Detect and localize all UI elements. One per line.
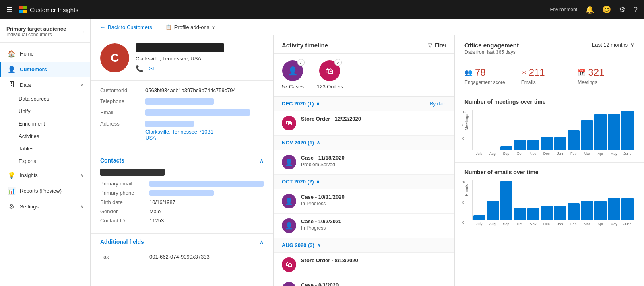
customer-actions: 📞 ✉ xyxy=(136,65,264,72)
emails-bar xyxy=(500,181,512,220)
timeline-item-title: Case - 8/3/2020 xyxy=(301,282,446,286)
home-icon: 🏠 xyxy=(8,50,16,58)
last-months-dropdown[interactable]: Last 12 months ∨ xyxy=(592,42,634,48)
sidebar-item-tables[interactable]: Tables xyxy=(0,142,90,155)
contacts-section-header[interactable]: Contacts ∧ xyxy=(91,152,273,169)
timeline-item[interactable]: 👤 Case - 10/2/2020 In Progress xyxy=(274,214,454,238)
customer-location: Clarksville, Tennessee, USA xyxy=(136,56,264,62)
orders-circle: 🛍 ✓ xyxy=(319,60,340,81)
sidebar-item-customers[interactable]: 👤 Customers xyxy=(0,62,90,77)
meetings-x-label: Aug xyxy=(487,152,499,156)
meetings-chart-container: 12 6 0 JulyAugSepOctNovDecJanFebMarAprMa… xyxy=(472,110,634,156)
timeline-month-aug2020[interactable]: AUG 2020 (3) ∧ xyxy=(274,238,454,253)
y-tick-0e: 0 xyxy=(462,220,464,224)
user-icon[interactable]: 😊 xyxy=(602,5,611,14)
filter-button[interactable]: ▽ Filter xyxy=(428,42,446,48)
sidebar-audience-toggle[interactable]: Primary target audience Individual consu… xyxy=(0,19,90,43)
emails-x-labels: JulyAugSepOctNovDecJanFebMarAprMayJune xyxy=(472,220,634,226)
avatar: C xyxy=(100,43,129,72)
fax-label: Fax xyxy=(100,254,144,260)
engagement-header-left: Office engagement Data from last 365 day… xyxy=(464,42,519,55)
sidebar-item-enrichment[interactable]: Enrichment xyxy=(0,117,90,130)
meetings-x-label: Sep xyxy=(500,152,512,156)
phone-icon[interactable]: 📞 xyxy=(136,65,144,72)
emails-bar xyxy=(541,206,553,220)
sidebar-item-settings[interactable]: ⚙ Settings ∨ xyxy=(0,199,90,214)
address-line1[interactable]: Clarksville, Tennessee 71031 xyxy=(145,129,264,135)
timeline-item-subtitle: In Progress xyxy=(301,225,446,231)
sidebar-item-exports[interactable]: Exports xyxy=(0,155,90,167)
y-tick-0: 0 xyxy=(462,136,464,140)
birth-date-label: Birth date xyxy=(100,199,144,205)
back-label: Back to Customers xyxy=(108,24,152,30)
sidebar-item-activities[interactable]: Activities xyxy=(0,130,90,142)
timeline-item-title: Case - 10/2/2020 xyxy=(301,218,446,224)
cases-circle: 👤 ✓ xyxy=(282,60,303,81)
meetings-bar xyxy=(621,111,634,150)
hamburger-icon[interactable]: ☰ xyxy=(6,5,13,14)
emails-x-label: July xyxy=(473,222,485,226)
timeline-item-title: Store Order - 8/13/2020 xyxy=(301,257,446,263)
settings-icon[interactable]: ⚙ xyxy=(619,5,625,14)
timeline-item-content: Store Order - 8/13/2020 xyxy=(301,257,446,263)
notifications-icon[interactable]: 🔔 xyxy=(585,5,594,14)
by-date-button[interactable]: ↓ By date xyxy=(426,101,446,107)
profile-addons-button[interactable]: 📋 Profile add-ons ∨ xyxy=(159,24,215,30)
emails-x-label: Sep xyxy=(500,222,512,226)
email-label: Email xyxy=(100,109,140,115)
office-engagement-panel: Office engagement Data from last 365 day… xyxy=(455,35,644,286)
additional-fields-section-header[interactable]: Additional fields ∧ xyxy=(91,234,273,250)
timeline-item[interactable]: 🛍 Store Order - 8/13/2020 xyxy=(274,253,454,277)
sidebar-item-data-sources[interactable]: Data sources xyxy=(0,93,90,105)
customerid-label: CustomerId xyxy=(100,87,140,93)
timeline-item-content: Store Order - 12/22/2020 xyxy=(301,116,446,122)
cases-icon-item[interactable]: 👤 ✓ 57 Cases xyxy=(282,60,304,90)
store-order-icon-circle: 🛍 xyxy=(282,257,296,272)
emails-x-label: Apr xyxy=(594,222,607,226)
timeline-month-nov2020[interactable]: NOV 2020 (1) ∧ xyxy=(274,136,454,150)
timeline-item[interactable]: 👤 Case - 8/3/2020 Cancelled xyxy=(274,277,454,286)
score-icon: 👥 xyxy=(464,69,473,76)
sidebar-item-unify[interactable]: Unify xyxy=(0,105,90,117)
sidebar-item-insights[interactable]: 💡 Insights ∨ xyxy=(0,167,90,183)
email-icon[interactable]: ✉ xyxy=(149,65,154,72)
emails-bar xyxy=(487,201,499,220)
emails-bar xyxy=(514,208,526,220)
telephone-label: Telephone xyxy=(100,98,140,104)
meetings-x-label: Dec xyxy=(541,152,553,156)
topbar: ☰ Customer Insights Environment 🔔 😊 ⚙ ? xyxy=(0,0,644,19)
timeline-month-oct2020[interactable]: OCT 2020 (2) ∧ xyxy=(274,175,454,189)
data-icon: 🗄 xyxy=(8,81,16,88)
customer-profile-panel: C Clarksville, Tennessee, USA 📞 ✉ Custom… xyxy=(91,35,274,286)
help-icon[interactable]: ? xyxy=(634,6,638,14)
case-icon-circle: 👤 xyxy=(282,194,296,208)
sidebar-item-reports[interactable]: 📊 Reports (Preview) xyxy=(0,183,90,199)
timeline-item-title: Case - 10/31/2020 xyxy=(301,194,446,200)
timeline-item[interactable]: 🛍 Store Order - 12/22/2020 xyxy=(274,111,454,136)
sidebar-data-label: Data xyxy=(20,82,31,88)
app-name: Customer Insights xyxy=(30,6,78,13)
emails-bar xyxy=(554,206,566,220)
meetings-x-label: Mar xyxy=(581,152,593,156)
timeline-item[interactable]: 👤 Case - 10/31/2020 In Progress xyxy=(274,189,454,214)
orders-icon-item[interactable]: 🛍 ✓ 123 Orders xyxy=(317,60,343,90)
email-row: Email xyxy=(100,109,264,116)
timeline-item-subtitle: Problem Solved xyxy=(301,162,446,167)
timeline-item[interactable]: 👤 Case - 11/18/2020 Problem Solved xyxy=(274,150,454,175)
filter-icon: ▽ xyxy=(428,42,432,48)
meetings-bar xyxy=(568,130,580,150)
gender-value: Male xyxy=(149,208,161,214)
meetings-y-label: Meetings xyxy=(464,114,469,130)
sidebar-home-label: Home xyxy=(20,51,34,57)
timeline-item-title: Case - 11/18/2020 xyxy=(301,155,446,161)
emails-x-label: Mar xyxy=(581,222,593,226)
filter-label: Filter xyxy=(435,42,446,48)
sort-icon: ↓ xyxy=(426,101,428,107)
reports-icon: 📊 xyxy=(8,187,16,195)
address-line2[interactable]: USA xyxy=(145,135,264,141)
sidebar-item-data[interactable]: 🗄 Data ∧ xyxy=(0,77,90,93)
audience-label: Primary target audience xyxy=(6,26,66,32)
timeline-month-dec2020[interactable]: DEC 2020 (1) ∧ ↓ By date xyxy=(274,97,454,111)
sidebar-item-home[interactable]: 🏠 Home xyxy=(0,46,90,62)
back-to-customers-link[interactable]: ← Back to Customers xyxy=(100,24,152,30)
